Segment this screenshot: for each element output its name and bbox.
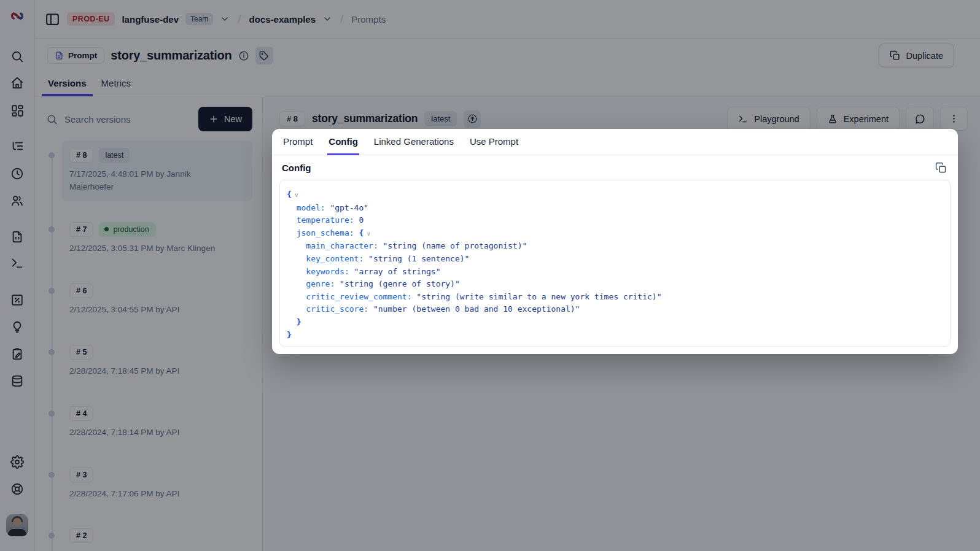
code-line: key_content: "string (1 sentence)": [287, 253, 945, 266]
config-code[interactable]: {∨ model: "gpt-4o" temperature: 0 json_s…: [279, 180, 951, 347]
collapse-chevron-icon[interactable]: ∨: [364, 230, 370, 237]
copy-config-icon[interactable]: [935, 162, 947, 174]
code-line: critic_review_comment: "string (write si…: [287, 291, 945, 304]
dialog-tab[interactable]: Prompt: [277, 129, 319, 155]
code-line: main_character: "string (name of protago…: [287, 240, 945, 253]
collapse-chevron-icon[interactable]: ∨: [292, 191, 298, 198]
dialog-tabs: PromptConfigLinked GenerationsUse Prompt: [272, 129, 958, 155]
code-line: json_schema: {∨: [287, 227, 945, 241]
code-line: }: [287, 329, 945, 342]
code-line: }: [287, 316, 945, 329]
code-line: {∨: [287, 188, 945, 202]
config-section-title: Config: [282, 163, 311, 173]
code-line: critic_score: "number (between 0 bad and…: [287, 303, 945, 316]
code-line: temperature: 0: [287, 214, 945, 227]
code-line: genre: "string (genre of story)": [287, 278, 945, 291]
dialog-tab[interactable]: Config: [322, 129, 364, 155]
dialog-tab[interactable]: Use Prompt: [464, 129, 524, 155]
code-line: model: "gpt-4o": [287, 202, 945, 215]
dialog-tab[interactable]: Linked Generations: [368, 129, 460, 155]
prompt-detail-dialog: PromptConfigLinked GenerationsUse Prompt…: [272, 129, 958, 354]
code-line: keywords: "array of strings": [287, 266, 945, 279]
